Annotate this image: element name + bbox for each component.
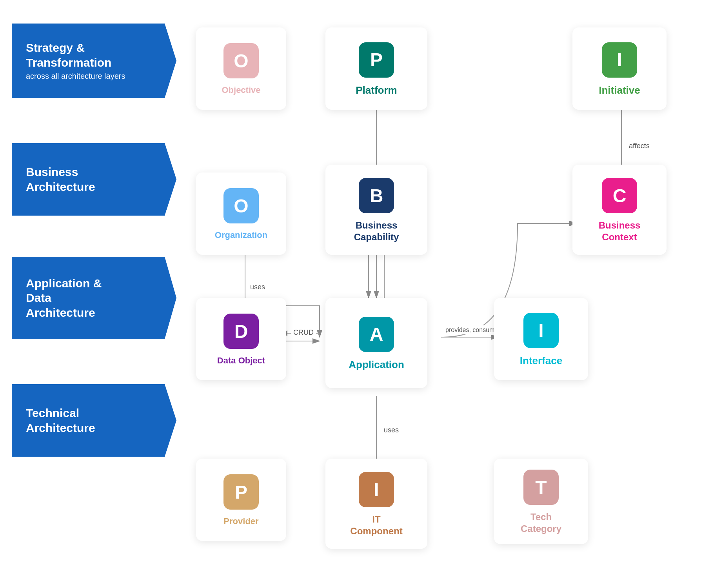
- layer-technical-label: Technical Architecture: [26, 406, 95, 435]
- tech-category-icon: T: [523, 470, 559, 505]
- organization-letter: O: [234, 195, 248, 217]
- layer-strategy-sublabel: across all architecture layers: [26, 71, 125, 81]
- label-uses-org: uses: [248, 282, 267, 292]
- data-object-icon: D: [223, 314, 259, 349]
- application-label: Application: [349, 358, 404, 371]
- card-initiative[interactable]: I Initiative: [572, 27, 667, 110]
- card-data-object[interactable]: D Data Object: [196, 298, 286, 380]
- application-letter: A: [370, 323, 383, 345]
- interface-letter: I: [538, 319, 543, 341]
- business-capability-letter: B: [370, 185, 383, 207]
- layer-business: Business Architecture: [12, 143, 176, 216]
- label-crud: CRUD: [291, 328, 316, 338]
- card-objective[interactable]: O Objective: [196, 27, 286, 110]
- initiative-label: Initiative: [599, 84, 640, 97]
- it-component-icon: I: [359, 472, 394, 507]
- interface-icon: I: [523, 313, 559, 348]
- card-tech-category[interactable]: T Tech Category: [494, 459, 588, 544]
- layer-appdata-label: Application & Data Architecture: [26, 276, 102, 320]
- interface-label: Interface: [520, 354, 562, 367]
- card-business-capability[interactable]: B Business Capability: [325, 165, 427, 255]
- business-capability-icon: B: [359, 178, 394, 213]
- label-uses-app: uses: [381, 425, 401, 435]
- provider-label: Provider: [223, 516, 258, 527]
- left-column: Strategy & Transformation across all arc…: [12, 16, 176, 572]
- business-context-icon: C: [602, 178, 637, 213]
- data-object-letter: D: [234, 321, 248, 342]
- organization-label: Organization: [215, 230, 267, 241]
- tech-category-label: Tech Category: [521, 511, 561, 535]
- card-interface[interactable]: I Interface: [494, 298, 588, 380]
- objective-icon: O: [223, 43, 259, 78]
- diagram-area: runs affects uses supports CRUD provides…: [184, 16, 691, 572]
- objective-letter: O: [234, 50, 248, 72]
- application-icon: A: [359, 317, 394, 352]
- layer-strategy: Strategy & Transformation across all arc…: [12, 24, 176, 98]
- card-business-context[interactable]: C Business Context: [572, 165, 667, 255]
- platform-letter: P: [370, 49, 383, 71]
- data-object-label: Data Object: [217, 355, 265, 366]
- layer-strategy-label: Strategy & Transformation: [26, 41, 111, 69]
- tech-category-letter: T: [535, 477, 547, 498]
- card-organization[interactable]: O Organization: [196, 172, 286, 255]
- layer-technical: Technical Architecture: [12, 384, 176, 457]
- card-it-component[interactable]: I IT Component: [325, 459, 427, 549]
- it-component-label: IT Component: [350, 514, 402, 537]
- card-platform[interactable]: P Platform: [325, 27, 427, 110]
- layer-business-label: Business Architecture: [26, 165, 95, 194]
- card-application[interactable]: A Application: [325, 298, 427, 388]
- initiative-icon: I: [602, 42, 637, 78]
- organization-icon: O: [223, 188, 259, 223]
- platform-icon: P: [359, 42, 394, 78]
- it-component-letter: I: [374, 479, 379, 501]
- provider-icon: P: [223, 474, 259, 510]
- card-provider[interactable]: P Provider: [196, 459, 286, 541]
- provider-letter: P: [235, 481, 247, 503]
- business-context-label: Business Context: [599, 220, 641, 243]
- platform-label: Platform: [356, 84, 397, 97]
- objective-label: Objective: [222, 85, 260, 96]
- initiative-letter: I: [617, 49, 622, 71]
- business-capability-label: Business Capability: [354, 220, 399, 243]
- layer-appdata: Application & Data Architecture: [12, 257, 176, 339]
- label-affects: affects: [627, 141, 652, 151]
- business-context-letter: C: [613, 185, 627, 207]
- main-container: Strategy & Transformation across all arc…: [0, 0, 703, 588]
